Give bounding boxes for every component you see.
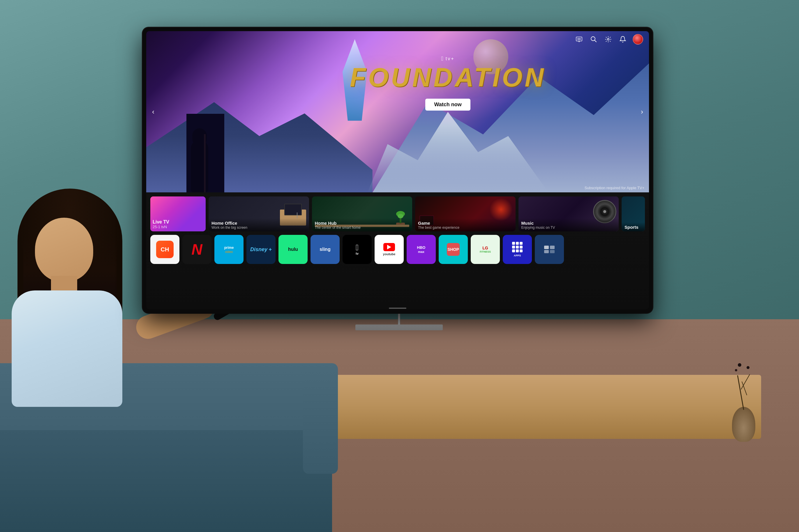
settings-icon[interactable] — [603, 35, 613, 44]
youtube-play-button — [383, 243, 395, 251]
svg-rect-8 — [550, 246, 555, 249]
app-more[interactable] — [535, 235, 564, 264]
scene-card-sports[interactable]: Sports — [622, 196, 645, 231]
prime-video-logo: prime video — [224, 246, 234, 253]
search-icon[interactable] — [589, 35, 598, 44]
notifications-icon[interactable] — [618, 35, 628, 44]
game-label: Game The best game experience — [415, 218, 515, 231]
apps-row: CH N prime video Disney — [150, 235, 645, 264]
app-disney-plus[interactable]: Disney + — [247, 235, 275, 264]
hero-title: FOUNDATION — [272, 64, 624, 91]
input-source-icon[interactable] — [575, 35, 584, 44]
netflix-logo: N — [192, 242, 202, 257]
apps-logo: APPS — [512, 242, 523, 257]
tv-frame:  tv+ FOUNDATION Watch now Subscription … — [143, 27, 653, 313]
scene-card-live-tv[interactable]: LIVE Live TV 25-1 tvN — [150, 196, 206, 231]
app-sling[interactable]: sling — [310, 235, 340, 264]
stand-neck — [398, 313, 400, 324]
svg-point-6 — [607, 38, 609, 40]
tv-screen:  tv+ FOUNDATION Watch now Subscription … — [146, 31, 649, 309]
app-prime-video[interactable]: prime video — [214, 235, 243, 264]
scene-card-game[interactable]: Game The best game experience — [415, 196, 515, 231]
scenes-row: LIVE Live TV 25-1 tvN Home Office — [150, 196, 645, 231]
subscription-notice: Subscription required for Apple TV+ — [585, 186, 644, 190]
livetv-channel-info: Live TV 25-1 tvN — [152, 220, 169, 229]
hero-prev-arrow[interactable]: ‹ — [148, 107, 159, 117]
hero-banner:  tv+ FOUNDATION Watch now Subscription … — [146, 31, 649, 192]
stand-base — [356, 324, 443, 330]
hero-next-arrow[interactable]: › — [637, 107, 647, 117]
tv-stand — [326, 313, 472, 330]
scene-card-home-hub[interactable]: Home Hub The center of the smart home — [312, 196, 413, 231]
profile-avatar[interactable] — [633, 34, 643, 44]
home-hub-label: Home Hub The center of the smart home — [312, 218, 413, 231]
app-netflix[interactable]: N — [182, 235, 212, 264]
app-shop[interactable]: SHOP — [439, 235, 468, 264]
app-hulu[interactable]: hulu — [278, 235, 308, 264]
app-ch[interactable]: CH — [150, 235, 179, 264]
appletv-badge:  tv+ — [272, 55, 624, 62]
apple-logo-symbol:  — [441, 55, 443, 62]
tv-home-bar: LIVE Live TV 25-1 tvN Home Office — [146, 192, 649, 309]
hbo-max-logo: HBO max — [417, 245, 425, 254]
more-icon — [544, 245, 555, 254]
svg-line-5 — [595, 40, 597, 42]
scene-card-music[interactable]: Music Enjoying music on TV — [519, 196, 619, 231]
app-lg-fitness[interactable]: LG FITNESS — [471, 235, 500, 264]
svg-rect-10 — [550, 250, 555, 253]
sports-label: Sports — [622, 222, 645, 231]
watch-now-button[interactable]: Watch now — [425, 99, 470, 111]
app-apps-store[interactable]: APPS — [503, 235, 532, 264]
appletv-label: tv+ — [446, 56, 455, 61]
sling-logo: sling — [320, 247, 330, 252]
music-label: Music Enjoying music on TV — [519, 218, 619, 231]
app-youtube[interactable]: youtube — [375, 235, 404, 264]
tv-topbar — [568, 31, 649, 48]
svg-rect-7 — [544, 246, 549, 249]
app-apple-tv[interactable]:  tv — [343, 235, 372, 264]
shop-logo: SHOP — [447, 243, 460, 256]
svg-rect-9 — [544, 250, 549, 253]
hero-title-area:  tv+ FOUNDATION Watch now — [272, 55, 624, 111]
home-office-label: Home Office Work on the big screen — [208, 218, 309, 231]
disney-logo: Disney + — [250, 247, 272, 253]
youtube-logo: youtube — [383, 243, 396, 256]
hero-person-silhouette — [186, 114, 224, 192]
home-indicator — [389, 308, 406, 309]
lg-fitness-logo: LG FITNESS — [480, 246, 491, 253]
vase-decoration — [714, 360, 773, 442]
app-hbo-max[interactable]: HBO max — [407, 235, 436, 264]
hulu-logo: hulu — [288, 247, 298, 252]
ch-icon: CH — [156, 241, 174, 258]
scene-card-home-office[interactable]: Home Office Work on the big screen — [208, 196, 309, 231]
svg-rect-1 — [577, 38, 581, 40]
apple-tv-logo:  tv — [356, 244, 359, 255]
